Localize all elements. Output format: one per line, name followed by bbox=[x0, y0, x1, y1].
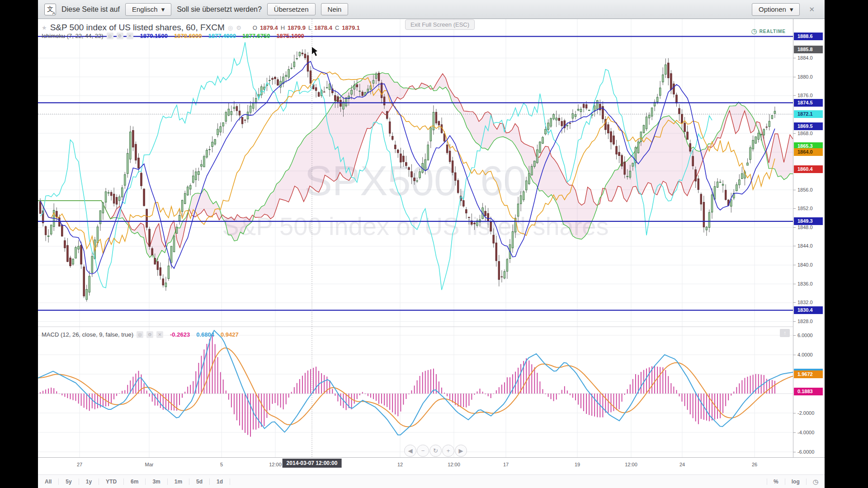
macd-values: -0.26230.68040.9427 bbox=[170, 331, 239, 338]
ohlc-value: 1879.1 bbox=[342, 24, 360, 31]
ohlc-value: 1879.4 bbox=[260, 24, 278, 31]
range-1d[interactable]: 1d bbox=[210, 479, 230, 485]
close-icon[interactable]: ✕ bbox=[156, 331, 163, 338]
mouse-cursor bbox=[312, 47, 317, 56]
price-label-badge: 1849.3 bbox=[794, 217, 823, 225]
ohlc-label: O bbox=[253, 24, 257, 31]
time-tick: 17 bbox=[503, 462, 509, 467]
translate-infobar: 文A Diese Seite ist auf Englisch ▾ Soll s… bbox=[38, 0, 825, 19]
price-tick: 1844.0 bbox=[793, 243, 825, 249]
price-label-badge: 1830.4 bbox=[794, 306, 823, 314]
price-label-badge: 1888.6 bbox=[794, 33, 823, 40]
price-label-badge: 1874.5 bbox=[794, 99, 823, 107]
pan-right-button[interactable]: ▶ bbox=[455, 445, 467, 457]
macd-value: -0.2623 bbox=[170, 331, 190, 338]
ichimoku-value: 1877.4000 bbox=[208, 33, 236, 39]
price-tick: 1832.0 bbox=[793, 299, 825, 306]
price-label-badge: 1872.1 bbox=[794, 110, 823, 118]
gear-icon[interactable]: ⚙ bbox=[146, 331, 153, 338]
price-tick: 1876.0 bbox=[793, 92, 825, 99]
close-infobar-icon[interactable]: ✕ bbox=[809, 5, 815, 14]
translate-message-prefix: Diese Seite ist auf bbox=[61, 5, 120, 14]
range-6m[interactable]: 6m bbox=[124, 479, 146, 485]
ohlc-label: C bbox=[335, 24, 339, 31]
clock-icon: ◷ bbox=[751, 27, 757, 35]
gear-icon[interactable]: ⚙ bbox=[117, 33, 123, 39]
price-axis[interactable]: 1884.01880.01876.01868.01856.01852.01848… bbox=[793, 19, 825, 457]
zoom-out-button[interactable]: − bbox=[417, 445, 429, 457]
log-scale-button[interactable]: log bbox=[785, 479, 806, 485]
reset-button[interactable]: ↻ bbox=[429, 445, 442, 457]
eye-icon[interactable]: ◎ bbox=[228, 24, 233, 31]
eye-icon[interactable]: ◎ bbox=[137, 331, 143, 338]
time-tick: 27 bbox=[77, 462, 82, 467]
exit-fullscreen-tooltip: Exit Full Screen (ESC) bbox=[405, 19, 475, 30]
range-5y[interactable]: 5y bbox=[59, 479, 79, 485]
chart-title: S&P 500 index of US listed shares, 60, F… bbox=[50, 23, 225, 33]
ichimoku-value: 1878.6000 bbox=[174, 33, 202, 39]
macd-value: 0.9427 bbox=[221, 331, 239, 338]
time-tick: 24 bbox=[679, 462, 685, 467]
range-ytd[interactable]: YTD bbox=[99, 479, 124, 485]
ichimoku-value: 1877.6750 bbox=[242, 33, 270, 39]
macd-tick: -4.0000 bbox=[793, 429, 825, 436]
price-tick: 1852.0 bbox=[793, 205, 825, 212]
range-1y[interactable]: 1y bbox=[79, 479, 99, 485]
ohlc-label: L bbox=[308, 24, 311, 31]
chevron-down-icon: ▾ bbox=[161, 5, 165, 14]
collapse-pane-button[interactable]: ↑ bbox=[780, 329, 790, 337]
macd-tick: -6.0000 bbox=[793, 449, 825, 455]
price-label-badge: 1864.0 bbox=[794, 148, 823, 156]
price-tick: 1856.0 bbox=[793, 187, 825, 193]
price-tick: 1884.0 bbox=[793, 55, 825, 61]
options-button[interactable]: Optionen ▾ bbox=[752, 3, 800, 16]
ichimoku-value: 1875.1000 bbox=[276, 33, 304, 39]
macd-label-badge: 0.1883 bbox=[794, 388, 823, 395]
ohlc-readout: O1879.4H1879.9L1878.4C1879.1 bbox=[253, 24, 360, 31]
ichimoku-label: Ichimoku (7, 22, 44, 22) bbox=[42, 33, 104, 39]
range-1m[interactable]: 1m bbox=[168, 479, 189, 485]
chevron-down-icon: ▾ bbox=[790, 5, 793, 14]
eye-icon[interactable]: ◎ bbox=[107, 33, 113, 39]
zoom-in-button[interactable]: + bbox=[442, 445, 454, 457]
symbol-star-icon[interactable]: ★ bbox=[42, 24, 47, 31]
time-tick: 12:00 bbox=[448, 462, 460, 467]
price-tick: 1880.0 bbox=[793, 74, 825, 80]
clock-icon[interactable]: ◷ bbox=[806, 479, 825, 485]
chart-canvas[interactable]: SPX500, 60S&P 500 index of US listed sha… bbox=[38, 19, 825, 457]
chart-nav-buttons: ◀−↻+▶ bbox=[404, 445, 467, 457]
time-tick: 12:00 bbox=[625, 462, 637, 467]
price-tick: 1828.0 bbox=[793, 318, 825, 325]
macd-tick: 6.0000 bbox=[793, 332, 825, 339]
time-axis[interactable]: 2014-03-07 12:00:00 27Mar512:001212:0017… bbox=[38, 457, 825, 474]
macd-value: 0.6804 bbox=[196, 331, 214, 338]
percent-scale-button[interactable]: % bbox=[767, 479, 785, 485]
price-macd-chart[interactable]: SPX500, 60S&P 500 index of US listed sha… bbox=[38, 19, 793, 457]
ichimoku-value: 1879.1500 bbox=[140, 33, 168, 39]
translate-icon: 文A bbox=[44, 4, 56, 15]
time-tick: Mar bbox=[145, 462, 154, 467]
range-toolbar: All5y1yYTD6m3m1m5d1d % log ◷ bbox=[38, 474, 825, 488]
range-5d[interactable]: 5d bbox=[189, 479, 210, 485]
macd-tick: -2.0000 bbox=[793, 410, 825, 417]
price-label-badge: 1860.4 bbox=[794, 165, 823, 173]
no-button[interactable]: Nein bbox=[321, 3, 349, 15]
ichimoku-values: 1879.15001878.60001877.40001877.67501875… bbox=[140, 33, 304, 39]
translate-button[interactable]: Übersetzen bbox=[267, 3, 316, 15]
realtime-badge: ◷ REALTIME bbox=[751, 27, 786, 35]
price-tick: 1836.0 bbox=[793, 281, 825, 287]
gear-icon[interactable]: ⚙ bbox=[236, 24, 241, 31]
pan-left-button[interactable]: ◀ bbox=[404, 445, 416, 457]
language-select[interactable]: Englisch ▾ bbox=[125, 3, 171, 16]
range-3m[interactable]: 3m bbox=[146, 479, 167, 485]
ohlc-value: 1878.4 bbox=[314, 24, 332, 31]
range-all[interactable]: All bbox=[38, 479, 59, 485]
macd-label: MACD (12, 26, close, 9, false, true) bbox=[42, 331, 133, 338]
price-tick: 1840.0 bbox=[793, 262, 825, 268]
price-tick: 1868.0 bbox=[793, 130, 825, 137]
time-tick: 5 bbox=[220, 462, 223, 467]
macd-label-badge: 1.9672 bbox=[794, 371, 823, 378]
close-icon[interactable]: ✕ bbox=[127, 33, 133, 39]
time-tick: 26 bbox=[752, 462, 757, 467]
time-tick: 12 bbox=[397, 462, 403, 467]
